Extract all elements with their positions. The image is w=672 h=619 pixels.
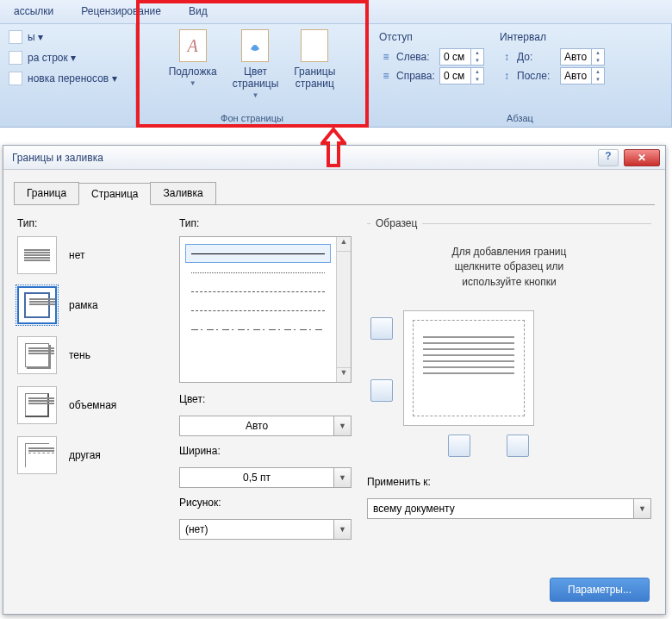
type-none[interactable]: нет <box>17 236 164 274</box>
apply-to-value[interactable] <box>367 498 634 519</box>
style-item-dash[interactable] <box>185 301 331 320</box>
spacing-after-icon: ↕ <box>500 69 513 83</box>
chevron-down-icon: ▼ <box>190 79 196 87</box>
group-title-page-background: Фон страницы <box>221 111 283 125</box>
options-button[interactable]: Параметры... <box>550 578 650 602</box>
color-value[interactable] <box>179 416 334 436</box>
art-label: Рисунок: <box>179 497 352 509</box>
spacing-before-label: До: <box>517 51 557 63</box>
ribbon-btn-partial2[interactable]: ра строк ▾ <box>5 48 130 67</box>
hyphen-icon <box>9 72 22 85</box>
page-color-icon <box>241 29 269 62</box>
page-icon <box>9 30 22 44</box>
spacing-after-label: После: <box>517 70 557 82</box>
style-item-dash-dot[interactable] <box>185 320 331 339</box>
indent-right-label: Справа: <box>396 70 436 82</box>
dialog-close-button[interactable]: ✕ <box>624 149 660 166</box>
width-value[interactable] <box>179 467 334 488</box>
style-scrollbar[interactable]: ▲▼ <box>336 237 351 382</box>
spacing-block: Интервал ↕ До: Авто▲▼ ↕ После: Авто▲▼ <box>500 31 605 111</box>
indent-right-icon: ≡ <box>379 69 393 83</box>
border-bottom-button[interactable] <box>370 379 393 402</box>
type-box-icon <box>17 286 57 324</box>
page-borders-icon <box>301 29 328 62</box>
art-dropdown[interactable]: ▼ <box>179 519 352 540</box>
preview-box[interactable] <box>403 310 534 426</box>
ribbon-group-page-background: A Подложка▼ Цвет страницы▼ Границы стран… <box>136 24 369 127</box>
watermark-icon: A <box>179 29 207 62</box>
sample-hint: Для добавления границ щелкните образец и… <box>370 245 648 290</box>
width-label: Ширина: <box>179 445 352 457</box>
ribbon-tab-review[interactable]: Рецензирование <box>67 0 175 23</box>
color-dropdown[interactable]: ▼ <box>179 416 352 436</box>
type-label: Тип: <box>17 217 164 229</box>
style-column: Тип: ▲▼ Цвет: ▼ Ширина: ▼ <box>179 217 352 596</box>
indent-heading: Отступ <box>379 31 484 43</box>
type-box[interactable]: рамка <box>17 286 164 324</box>
spinner-buttons[interactable]: ▲▼ <box>591 68 604 84</box>
dialog-help-button[interactable]: ? <box>598 149 619 166</box>
dialog-tab-page[interactable]: Страница <box>78 183 151 205</box>
apply-to-dropdown[interactable]: ▼ <box>367 498 651 519</box>
dialog-tab-border[interactable]: Граница <box>14 182 79 204</box>
page-color-button[interactable]: Цвет страницы▼ <box>226 28 286 111</box>
style-item-dash-sparse[interactable] <box>185 282 331 301</box>
annotation-arrow-icon <box>320 128 346 167</box>
ribbon: ы ▾ ра строк ▾ новка переносов ▾ A Подло… <box>0 24 672 128</box>
chevron-down-icon[interactable]: ▼ <box>634 498 651 519</box>
art-value[interactable] <box>179 519 334 540</box>
apply-to-label: Применить к: <box>367 476 651 488</box>
type-3d[interactable]: объемная <box>17 386 164 424</box>
spacing-heading: Интервал <box>500 31 605 43</box>
sample-fieldset: Образец Для добавления границ щелкните о… <box>367 217 651 457</box>
preview-column: Образец Для добавления границ щелкните о… <box>367 217 651 596</box>
spinner-buttons[interactable]: ▲▼ <box>470 49 483 65</box>
type-custom-icon <box>17 436 57 474</box>
ribbon-btn-hyphenation[interactable]: новка переносов ▾ <box>5 69 130 88</box>
dialog-body: Тип: нет рамка тень объемная другая <box>14 204 655 608</box>
spacing-after-input[interactable]: Авто▲▼ <box>560 67 605 84</box>
type-custom[interactable]: другая <box>17 436 164 474</box>
page-borders-button[interactable]: Границы страниц <box>287 28 342 111</box>
dialog-tabs: Граница Страница Заливка <box>3 170 665 204</box>
border-top-button[interactable] <box>370 317 393 340</box>
spinner-buttons[interactable]: ▲▼ <box>591 49 604 65</box>
ribbon-tab-view[interactable]: Вид <box>175 0 221 23</box>
ribbon-group-partial: ы ▾ ра строк ▾ новка переносов ▾ <box>0 24 136 127</box>
chevron-down-icon[interactable]: ▼ <box>334 416 352 436</box>
indent-left-input[interactable]: 0 см▲▼ <box>439 48 484 66</box>
type-shadow-icon <box>17 336 57 374</box>
width-dropdown[interactable]: ▼ <box>179 467 352 488</box>
ribbon-group-paragraph: Отступ ≡ Слева: 0 см▲▼ ≡ Справа: 0 см▲▼ … <box>369 24 672 127</box>
indent-block: Отступ ≡ Слева: 0 см▲▼ ≡ Справа: 0 см▲▼ <box>379 31 484 111</box>
sample-legend: Образец <box>370 217 422 229</box>
type-shadow[interactable]: тень <box>17 336 164 374</box>
style-item-dotted[interactable] <box>185 263 331 282</box>
style-item-solid[interactable] <box>185 244 331 263</box>
indent-right-input[interactable]: 0 см▲▼ <box>439 67 484 84</box>
spacing-before-icon: ↕ <box>500 50 513 64</box>
indent-left-icon: ≡ <box>379 50 393 64</box>
dialog-tab-shading[interactable]: Заливка <box>150 182 215 204</box>
spinner-buttons[interactable]: ▲▼ <box>470 68 483 84</box>
dialog-title: Границы и заливка <box>9 152 598 164</box>
type-3d-icon <box>17 386 57 424</box>
watermark-button[interactable]: A Подложка▼ <box>162 28 224 111</box>
type-none-icon <box>17 236 57 274</box>
ribbon-btn-partial1[interactable]: ы ▾ <box>5 28 130 47</box>
setting-column: Тип: нет рамка тень объемная другая <box>17 217 164 596</box>
ribbon-tab-references[interactable]: ассылки <box>0 0 67 23</box>
indent-left-label: Слева: <box>396 51 436 63</box>
border-left-button[interactable] <box>448 435 470 457</box>
chevron-down-icon: ▼ <box>252 91 259 99</box>
group-title-paragraph: Абзац <box>507 111 533 125</box>
style-listbox[interactable]: ▲▼ <box>179 236 352 383</box>
style-label: Тип: <box>179 217 352 229</box>
chevron-down-icon[interactable]: ▼ <box>334 519 352 540</box>
lines-icon <box>9 51 22 65</box>
ribbon-tab-strip: ассылки Рецензирование Вид <box>0 0 672 24</box>
chevron-down-icon[interactable]: ▼ <box>334 467 352 488</box>
color-label: Цвет: <box>179 393 352 405</box>
spacing-before-input[interactable]: Авто▲▼ <box>560 48 605 66</box>
border-right-button[interactable] <box>507 435 529 457</box>
